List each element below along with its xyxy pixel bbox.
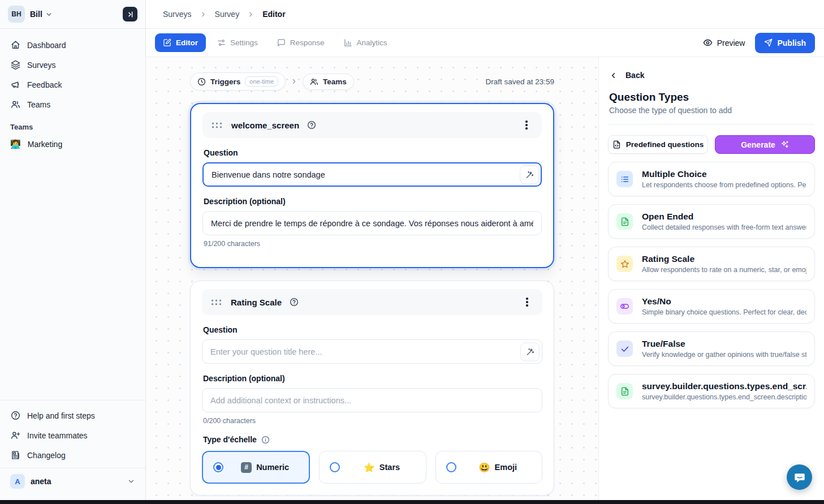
tab-editor[interactable]: Editor — [155, 33, 206, 52]
question-type-rating-scale[interactable]: Rating Scale Allow respondents to rate o… — [608, 247, 815, 281]
chat-bubble-icon — [793, 471, 806, 484]
sidebar-item-teams[interactable]: Teams — [6, 95, 140, 114]
question-type-true-false[interactable]: True/False Verify knowledge or gather op… — [608, 331, 815, 366]
sidebar: BH Bill Dashboard Surv — [0, 0, 146, 500]
users-icon — [310, 77, 318, 86]
breadcrumb: Surveys Survey Editor — [146, 0, 824, 29]
sidebar-item-label: Invite teammates — [27, 431, 88, 440]
back-button[interactable]: Back — [608, 68, 815, 88]
magic-wand-icon — [525, 170, 534, 179]
draft-status: Draft saved at 23:59 — [485, 77, 554, 86]
magic-wand-icon — [526, 347, 534, 356]
file-code-icon — [612, 140, 621, 149]
teams-pill[interactable]: Teams — [303, 74, 354, 90]
question-card-header: welcome_screen — [202, 112, 542, 138]
tab-analytics[interactable]: Analytics — [336, 33, 395, 52]
tab-label: Analytics — [357, 38, 387, 47]
team-label: Marketing — [28, 140, 62, 149]
workspace-switcher[interactable]: BH Bill — [0, 0, 145, 29]
question-type-name: True/False — [642, 339, 806, 349]
layers-icon — [10, 60, 20, 70]
back-label: Back — [625, 71, 644, 80]
card-menu-button[interactable] — [520, 295, 534, 309]
generate-button[interactable]: Generate — [715, 135, 815, 154]
sidebar-item-help[interactable]: Help and first steps — [6, 406, 140, 425]
question-type-desc: Collect detailed responses with free-for… — [642, 223, 806, 231]
char-count: 91/200 characters — [204, 240, 542, 248]
ai-rewrite-button[interactable] — [520, 342, 540, 361]
scale-option-numeric[interactable]: # Numeric — [202, 451, 310, 484]
help-circle-icon — [10, 411, 20, 420]
question-type-open-ended[interactable]: Open Ended Collect detailed responses wi… — [608, 204, 815, 239]
tab-response[interactable]: Response — [269, 33, 333, 52]
info-icon[interactable] — [261, 436, 270, 444]
preview-button[interactable]: Preview — [703, 38, 745, 48]
sidebar-item-label: Surveys — [27, 61, 56, 70]
sidebar-item-surveys[interactable]: Surveys — [6, 55, 140, 74]
triggers-label: Triggers — [210, 77, 240, 86]
account-name: aneta — [31, 477, 51, 486]
workspace-avatar: BH — [8, 6, 25, 23]
help-circle-icon[interactable] — [290, 298, 299, 307]
question-type-end-screen[interactable]: survey.builder.questions.types.end_scr..… — [608, 374, 815, 408]
workspace-name: Bill — [30, 10, 42, 19]
scale-option-emoji[interactable]: 😃 Emoji — [435, 451, 542, 484]
scale-option-stars[interactable]: ⭐ Stars — [319, 451, 426, 484]
kebab-icon — [525, 124, 527, 126]
question-description-input[interactable] — [202, 211, 542, 235]
chat-widget-button[interactable] — [787, 464, 812, 490]
question-card-rating[interactable]: Rating Scale Question — [190, 281, 554, 496]
question-description-input[interactable] — [202, 388, 542, 412]
breadcrumb-survey[interactable]: Survey — [215, 10, 240, 19]
star-emoji-icon: ⭐ — [364, 462, 375, 473]
sidebar-item-changelog[interactable]: Changelog — [6, 446, 140, 464]
panel-subtitle: Choose the type of question to add — [608, 105, 815, 124]
radio-checked-icon — [213, 462, 223, 472]
collapse-sidebar-button[interactable] — [123, 7, 137, 21]
radio-icon — [330, 462, 340, 472]
help-circle-icon[interactable] — [307, 120, 316, 130]
breadcrumb-surveys[interactable]: Surveys — [163, 10, 192, 19]
tab-settings[interactable]: Settings — [209, 33, 266, 52]
description-label: Description (optional) — [203, 374, 542, 383]
sidebar-item-feedback[interactable]: Feedback — [6, 75, 140, 94]
sidebar-item-dashboard[interactable]: Dashboard — [6, 36, 140, 54]
triggers-pill[interactable]: Triggers one-time — [190, 72, 286, 91]
question-card-welcome[interactable]: welcome_screen Question — [190, 103, 554, 268]
scale-option-label: Emoji — [495, 463, 517, 472]
predefined-questions-button[interactable]: Predefined questions — [608, 135, 708, 154]
scale-type-label: Type d'échelle — [203, 435, 542, 444]
question-card-header: Rating Scale — [202, 289, 542, 315]
newspaper-icon — [10, 450, 20, 460]
tab-label: Settings — [230, 38, 258, 47]
sidebar-item-marketing[interactable]: 👩‍💻 Marketing — [0, 135, 145, 154]
tab-label: Editor — [176, 38, 198, 47]
list-icon — [616, 171, 633, 187]
char-count: 0/200 characters — [203, 417, 542, 425]
smiley-emoji-icon: 😃 — [479, 462, 490, 473]
drag-handle-icon[interactable] — [210, 122, 223, 129]
drag-handle-icon[interactable] — [210, 299, 223, 306]
ai-rewrite-button[interactable] — [520, 165, 539, 184]
sidebar-item-invite[interactable]: Invite teammates — [6, 426, 140, 445]
team-emoji-icon: 👩‍💻 — [10, 139, 21, 149]
account-avatar: A — [10, 474, 25, 489]
question-type-yes-no[interactable]: Yes/No Simple binary choice questions. P… — [608, 289, 815, 324]
question-type-multiple-choice[interactable]: Multiple Choice Let respondents choose f… — [608, 162, 815, 196]
chevron-right-icon — [290, 77, 298, 85]
chevron-right-icon — [200, 11, 207, 18]
teams-pill-label: Teams — [323, 77, 347, 86]
message-icon — [277, 38, 286, 47]
question-title-input[interactable] — [202, 339, 542, 364]
file-text-icon — [616, 213, 633, 230]
sidebar-item-label: Teams — [27, 100, 50, 109]
account-menu[interactable]: A aneta — [0, 468, 145, 496]
sidebar-item-label: Dashboard — [27, 41, 66, 50]
chevron-down-icon — [45, 11, 53, 18]
preview-label: Preview — [717, 38, 745, 48]
question-type-name: Multiple Choice — [642, 169, 806, 179]
card-menu-button[interactable] — [519, 118, 534, 132]
publish-button[interactable]: Publish — [755, 33, 815, 53]
teams-section-label: Teams — [0, 115, 145, 135]
question-title-input[interactable] — [202, 162, 542, 187]
